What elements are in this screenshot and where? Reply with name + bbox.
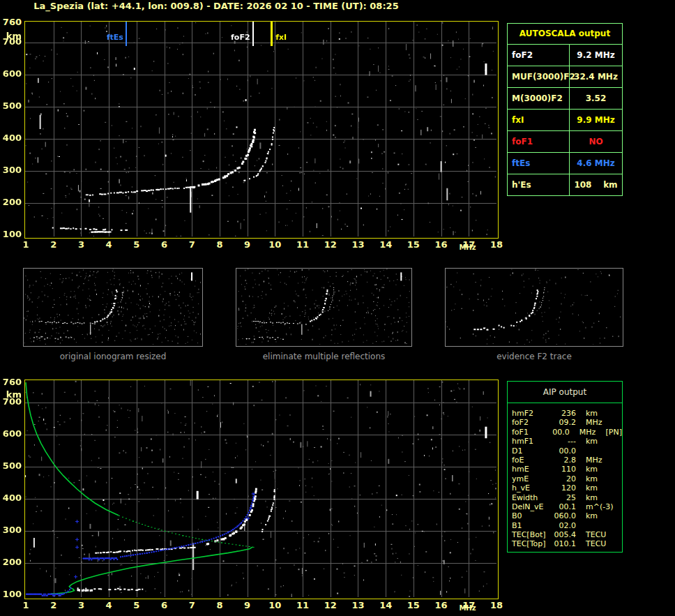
bottom-plot-y-tick: 600 bbox=[0, 429, 22, 439]
autoscala-row-value: 4.6 MHz bbox=[570, 153, 622, 174]
autoscala-row-value: NO bbox=[570, 131, 622, 152]
autoscala-row-value: 108 km bbox=[570, 174, 622, 195]
fof2-marker-line bbox=[252, 22, 254, 46]
top-plot-x-tick: 2 bbox=[45, 240, 63, 250]
top-plot-y-tick: 400 bbox=[0, 133, 22, 143]
bottom-plot-x-tick: 3 bbox=[72, 601, 90, 610]
top-plot-x-tick: 10 bbox=[266, 240, 284, 250]
bottom-plot-x-tick: 5 bbox=[128, 601, 146, 610]
aip-row-value: 02.0 bbox=[552, 521, 576, 530]
bottom-plot-x-tick: 11 bbox=[294, 601, 312, 610]
aip-ionogram-plot bbox=[24, 380, 499, 599]
aip-row: TEC[Bot]005.4TECU bbox=[512, 530, 622, 539]
autoscala-row-value: 9.9 MHz bbox=[570, 110, 622, 130]
autoscala-row-label: foF2 bbox=[508, 45, 570, 66]
aip-row-unit: km bbox=[586, 465, 615, 474]
aip-row-label: foE bbox=[512, 456, 552, 465]
aip-row-label: TEC[Bot] bbox=[512, 530, 552, 539]
thumbnail-no-multiples bbox=[236, 268, 412, 347]
aip-row: TEC[Top]010.1TECU bbox=[512, 539, 622, 548]
top-plot-y-tick: 300 bbox=[0, 165, 22, 175]
bottom-plot-x-tick: 14 bbox=[377, 601, 395, 610]
aip-row-unit: MHz bbox=[579, 428, 606, 437]
top-plot-x-tick: 8 bbox=[211, 240, 229, 250]
aip-row: hmF1---km bbox=[512, 437, 622, 446]
aip-row-unit: km bbox=[586, 511, 615, 520]
autoscala-row: M(3000)F23.52 bbox=[508, 87, 622, 109]
bottom-plot-x-tick: 8 bbox=[211, 601, 229, 610]
bottom-plot-x-tick: 13 bbox=[349, 601, 367, 610]
thumbnail-f2-canvas bbox=[446, 269, 621, 345]
top-plot-x-tick: 11 bbox=[294, 240, 312, 250]
scaled-ionogram-canvas bbox=[25, 22, 496, 236]
autoscala-row-label: fxI bbox=[508, 110, 570, 130]
aip-row-value: 110 bbox=[552, 465, 576, 474]
aip-row-label: TEC[Top] bbox=[512, 539, 552, 548]
aip-row: hmE110km bbox=[512, 465, 622, 474]
aip-row-value: 236 bbox=[552, 409, 576, 418]
autoscala-table-header: AUTOSCALA output bbox=[508, 24, 622, 44]
aip-row: hmF2236km bbox=[512, 409, 622, 418]
aip-table-header: AIP output bbox=[508, 382, 622, 403]
aip-row-value: 00.0 bbox=[552, 446, 576, 456]
aip-row-value: 09.2 bbox=[552, 418, 576, 427]
autoscala-output-table: AUTOSCALA output foF29.2 MHzMUF(3000)F23… bbox=[507, 23, 623, 196]
autoscala-row-label: MUF(3000)F2 bbox=[508, 66, 570, 87]
aip-row-value: 060.0 bbox=[552, 511, 576, 520]
aip-row: foF209.2MHz bbox=[512, 418, 622, 427]
thumbnail-caption-original: original ionogram resized bbox=[23, 352, 203, 363]
aip-row-value: --- bbox=[552, 437, 576, 446]
aip-row: B102.0 bbox=[512, 521, 622, 530]
aip-row: B0060.0km bbox=[512, 511, 622, 520]
autoscala-row-label: M(3000)F2 bbox=[508, 88, 570, 109]
top-plot-x-tick: 15 bbox=[404, 240, 423, 250]
autoscala-row-label: foF1 bbox=[508, 131, 570, 152]
bottom-plot-x-tick: 18 bbox=[487, 601, 506, 610]
top-plot-x-tick: 4 bbox=[100, 240, 118, 250]
aip-row-unit: MHz bbox=[586, 418, 615, 427]
bottom-plot-x-tick: 7 bbox=[183, 601, 201, 610]
bottom-plot-y-tick: 400 bbox=[0, 493, 22, 503]
aip-row-label: foF2 bbox=[512, 418, 552, 427]
top-plot-x-tick: 7 bbox=[183, 240, 201, 250]
thumbnail-caption-f2: evidence F2 trace bbox=[445, 352, 623, 363]
aip-row-unit: km bbox=[586, 493, 615, 502]
top-plot-x-tick: 5 bbox=[128, 240, 146, 250]
autoscala-window: La_Spezia (lat: +44.1, lon: 009.8) - DAT… bbox=[0, 0, 675, 616]
top-plot-x-tick: 3 bbox=[72, 240, 90, 250]
aip-row-unit: TECU bbox=[586, 539, 615, 548]
bottom-plot-x-tick: 1 bbox=[17, 601, 35, 610]
thumbnail-original-ionogram bbox=[23, 268, 203, 347]
top-plot-x-tick: 1 bbox=[17, 240, 35, 250]
aip-row-label: hmE bbox=[512, 465, 552, 474]
aip-row-label: B0 bbox=[512, 511, 552, 520]
aip-row-label: hmF2 bbox=[512, 409, 552, 418]
top-plot-y-tick: 760 bbox=[0, 17, 22, 27]
bottom-plot-y-tick: 300 bbox=[0, 525, 22, 535]
aip-row-value: 00.1 bbox=[552, 502, 576, 511]
aip-row-label: foF1 bbox=[512, 428, 548, 437]
top-plot-y-unit-label: km bbox=[0, 31, 22, 41]
bottom-plot-x-tick: 15 bbox=[404, 601, 423, 610]
bottom-plot-y-unit-label: km bbox=[0, 390, 22, 400]
aip-row: foF100.0MHz[PN] bbox=[512, 428, 622, 437]
fxi-marker-line bbox=[271, 22, 273, 46]
autoscala-row: foF1NO bbox=[508, 130, 622, 152]
aip-row-label: D1 bbox=[512, 446, 552, 456]
aip-row-label: Ewidth bbox=[512, 493, 552, 502]
top-plot-x-unit-label: MHz bbox=[459, 243, 476, 251]
autoscala-table-rows: foF29.2 MHzMUF(3000)F232.4 MHzM(3000)F23… bbox=[508, 44, 622, 195]
page-title: La_Spezia (lat: +44.1, lon: 009.8) - DAT… bbox=[21, 1, 411, 11]
aip-row: h_vE120km bbox=[512, 483, 622, 493]
fxi-marker-label: fxI bbox=[275, 33, 287, 42]
aip-row: DelN_vE00.1m^(-3) bbox=[512, 502, 622, 511]
aip-row-unit bbox=[586, 521, 615, 530]
bottom-plot-y-tick: 200 bbox=[0, 557, 22, 567]
scaled-ionogram-plot bbox=[24, 21, 499, 239]
top-plot-x-tick: 14 bbox=[377, 240, 395, 250]
bottom-plot-x-tick: 9 bbox=[238, 601, 257, 610]
aip-row-value: 005.4 bbox=[552, 530, 576, 539]
ftes-marker-line bbox=[126, 22, 127, 46]
aip-row-unit: km bbox=[586, 474, 615, 483]
aip-row-unit: MHz bbox=[586, 456, 615, 465]
